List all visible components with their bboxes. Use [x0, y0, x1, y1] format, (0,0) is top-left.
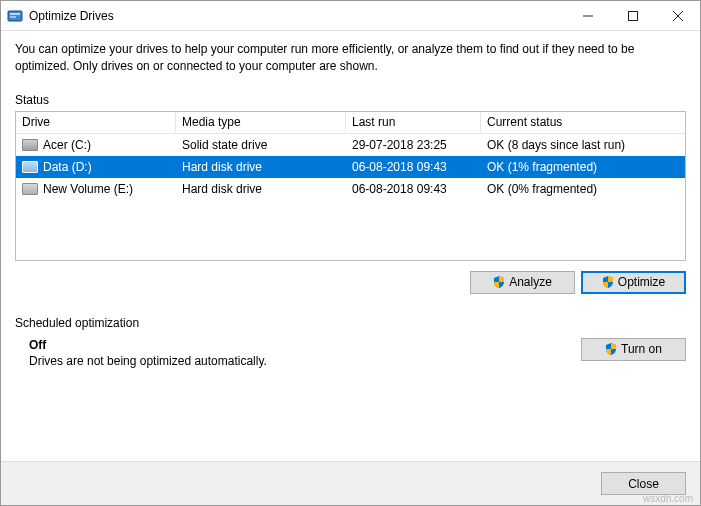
column-media[interactable]: Media type [176, 112, 346, 132]
drive-last-run: 06-08-2018 09:43 [346, 179, 481, 199]
window-title: Optimize Drives [29, 9, 565, 23]
column-drive[interactable]: Drive [16, 112, 176, 132]
drive-last-run: 29-07-2018 23:25 [346, 135, 481, 155]
drive-icon [22, 183, 38, 195]
drive-icon [22, 139, 38, 151]
action-buttons: Analyze Optimize [15, 271, 686, 294]
drive-status: OK (8 days since last run) [481, 135, 685, 155]
close-button[interactable] [655, 1, 700, 30]
drive-media: Solid state drive [176, 135, 346, 155]
drive-name: New Volume (E:) [43, 182, 133, 196]
drive-row[interactable]: Data (D:)Hard disk drive06-08-2018 09:43… [16, 156, 685, 178]
maximize-button[interactable] [610, 1, 655, 30]
scheduled-section: Scheduled optimization Off Drives are no… [15, 316, 686, 368]
drive-status: OK (1% fragmented) [481, 157, 685, 177]
shield-icon [493, 276, 505, 288]
shield-icon [602, 276, 614, 288]
window-controls [565, 1, 700, 30]
drive-last-run: 06-08-2018 09:43 [346, 157, 481, 177]
turn-on-button[interactable]: Turn on [581, 338, 686, 361]
titlebar: Optimize Drives [1, 1, 700, 31]
content-area: You can optimize your drives to help you… [1, 31, 700, 461]
optimize-button[interactable]: Optimize [581, 271, 686, 294]
drive-row[interactable]: Acer (C:)Solid state drive29-07-2018 23:… [16, 134, 685, 156]
list-header: Drive Media type Last run Current status [16, 112, 685, 134]
scheduled-label: Scheduled optimization [15, 316, 686, 330]
status-label: Status [15, 93, 686, 107]
drive-icon [22, 161, 38, 173]
drive-name: Data (D:) [43, 160, 92, 174]
optimize-button-label: Optimize [618, 275, 665, 289]
scheduled-state: Off [29, 338, 581, 352]
footer: Close [1, 461, 700, 505]
app-icon [7, 8, 23, 24]
drive-status: OK (0% fragmented) [481, 179, 685, 199]
drive-list[interactable]: Drive Media type Last run Current status… [15, 111, 686, 261]
drive-media: Hard disk drive [176, 157, 346, 177]
svg-rect-2 [10, 16, 16, 18]
minimize-button[interactable] [565, 1, 610, 30]
close-dialog-button[interactable]: Close [601, 472, 686, 495]
analyze-button[interactable]: Analyze [470, 271, 575, 294]
scheduled-detail: Drives are not being optimized automatic… [29, 354, 581, 368]
column-last[interactable]: Last run [346, 112, 481, 132]
turn-on-button-label: Turn on [621, 342, 662, 356]
drive-media: Hard disk drive [176, 179, 346, 199]
svg-rect-4 [628, 11, 637, 20]
close-button-label: Close [628, 477, 659, 491]
drive-row[interactable]: New Volume (E:)Hard disk drive06-08-2018… [16, 178, 685, 200]
analyze-button-label: Analyze [509, 275, 552, 289]
drive-name: Acer (C:) [43, 138, 91, 152]
shield-icon [605, 343, 617, 355]
column-status[interactable]: Current status [481, 112, 685, 132]
intro-text: You can optimize your drives to help you… [15, 41, 686, 75]
svg-rect-1 [10, 13, 20, 15]
